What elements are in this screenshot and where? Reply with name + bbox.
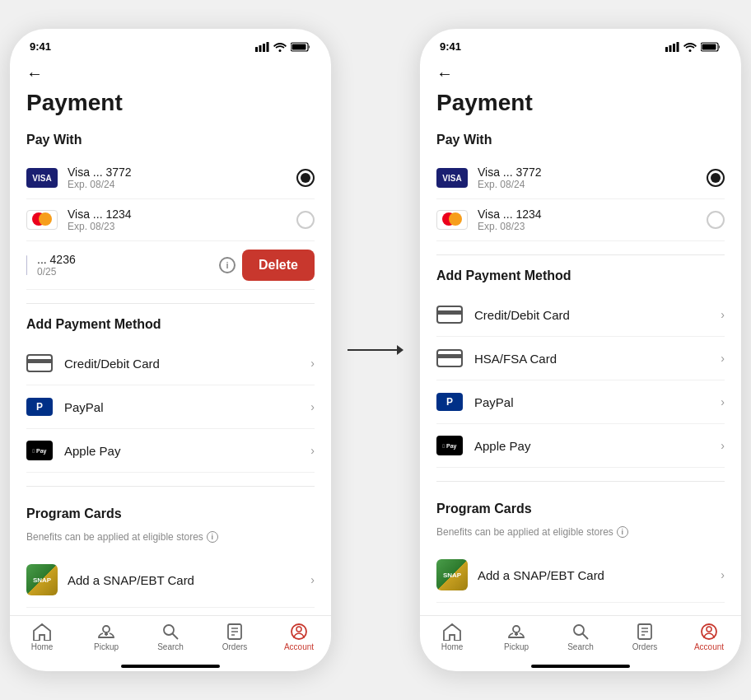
account-icon-active-right <box>700 623 718 641</box>
menu-item-credit-left[interactable]: Credit/Debit Card › <box>26 342 315 385</box>
nav-pickup-left[interactable]: Pickup <box>74 623 138 651</box>
radio-selected-left[interactable] <box>296 169 315 187</box>
phone-right: 9:41 ← Payment Pay With VISA Visa ... 37… <box>420 29 741 671</box>
applepay-icon-right:  Pay <box>436 436 463 455</box>
svg-rect-3 <box>267 42 269 52</box>
menu-item-applepay-left[interactable]:  Pay Apple Pay › <box>26 429 315 473</box>
card-info-visa1234-right: Visa ... 1234 Exp. 08/23 <box>478 208 707 232</box>
nav-label-orders-left: Orders <box>222 642 248 651</box>
card-info-swiped: ... 4236 0/25 <box>37 253 219 278</box>
svg-point-31 <box>707 627 711 632</box>
nav-search-right[interactable]: Search <box>548 623 613 651</box>
orders-icon-right <box>636 623 654 641</box>
nav-pickup-right[interactable]: Pickup <box>484 623 548 651</box>
signal-icon-right <box>665 42 679 52</box>
nav-home-right[interactable]: Home <box>420 623 484 651</box>
menu-label-applepay-left: Apple Pay <box>64 444 310 458</box>
info-button-swiped[interactable]: i <box>219 257 236 273</box>
card-item-visa1234-left: Visa ... 1234 Exp. 08/23 <box>26 199 315 241</box>
card-name: Visa ... 3772 <box>478 166 707 179</box>
divider2-left <box>26 486 315 487</box>
menu-item-paypal-left[interactable]: P PayPal › <box>26 385 315 429</box>
svg-rect-17 <box>669 45 672 52</box>
battery-icon-right <box>701 42 721 52</box>
menu-item-hsa-right[interactable]: HSA/FSA Card › <box>436 337 725 380</box>
nav-orders-right[interactable]: Orders <box>613 623 677 651</box>
radio-inner <box>711 173 721 183</box>
add-payment-label-right: Add Payment Method <box>436 268 725 283</box>
svg-rect-0 <box>255 47 258 52</box>
page-title-right: Payment <box>436 90 725 116</box>
chevron-applepay-left: › <box>310 444 315 457</box>
divider-right <box>436 254 725 255</box>
svg-rect-19 <box>677 42 679 52</box>
info-circle-right[interactable]: i <box>617 526 628 538</box>
chevron-applepay-right: › <box>721 439 725 452</box>
card-name: Visa ... 1234 <box>68 208 296 221</box>
direction-arrow <box>348 345 403 355</box>
wifi-icon-right <box>683 42 697 52</box>
chevron-snap-left: › <box>310 573 315 586</box>
svg-point-7 <box>103 626 110 632</box>
snap-label-left: Add a SNAP/EBT Card <box>68 573 310 587</box>
pay-with-label-right: Pay With <box>436 133 725 147</box>
home-indicator-right <box>531 665 630 668</box>
snap-icon-left: SNAP <box>26 564 58 595</box>
svg-point-23 <box>513 626 520 632</box>
arrow-head <box>397 345 403 355</box>
svg-rect-2 <box>263 44 265 52</box>
menu-item-paypal-right[interactable]: P PayPal › <box>436 380 725 424</box>
svg-rect-6 <box>292 44 306 49</box>
back-button-right[interactable]: ← <box>436 64 453 83</box>
nav-label-orders-right: Orders <box>632 642 658 651</box>
nav-label-search-left: Search <box>157 642 184 651</box>
svg-point-24 <box>574 625 584 635</box>
status-bar-right: 9:41 <box>420 29 741 56</box>
nav-account-right[interactable]: Account <box>677 623 741 651</box>
applepay-icon-left:  Pay <box>26 441 53 460</box>
menu-item-applepay-right[interactable]:  Pay Apple Pay › <box>436 424 725 468</box>
menu-item-credit-right[interactable]: Credit/Debit Card › <box>436 293 725 337</box>
nav-orders-left[interactable]: Orders <box>203 623 267 651</box>
delete-button[interactable]: Delete <box>242 250 315 281</box>
menu-label-credit-right: Credit/Debit Card <box>474 308 721 322</box>
nav-account-left[interactable]: Account <box>267 623 331 651</box>
snap-item-right[interactable]: SNAP Add a SNAP/EBT Card › <box>436 548 725 603</box>
svg-line-9 <box>173 634 179 640</box>
info-circle-left[interactable]: i <box>207 531 218 543</box>
visa-icon-swiped <box>26 255 27 275</box>
program-cards-right: Program Cards Benefits can be applied at… <box>436 495 725 603</box>
program-cards-subtitle-left: Benefits can be applied at eligible stor… <box>26 531 315 543</box>
svg-rect-22 <box>702 44 716 49</box>
snap-item-left[interactable]: SNAP Add a SNAP/EBT Card › <box>26 553 315 608</box>
home-indicator-left <box>121 665 220 668</box>
radio-unselected-left[interactable] <box>296 211 315 229</box>
svg-point-20 <box>689 49 692 52</box>
card-item-visa1234-right: Visa ... 1234 Exp. 08/23 <box>436 199 725 241</box>
status-icons-right <box>665 42 721 52</box>
program-cards-subtitle-right: Benefits can be applied at eligible stor… <box>436 526 725 538</box>
pay-with-label-left: Pay With <box>26 133 315 147</box>
nav-label-pickup-left: Pickup <box>94 642 119 651</box>
card-exp: Exp. 08/24 <box>478 179 707 190</box>
nav-home-left[interactable]: Home <box>10 623 74 651</box>
back-button-left[interactable]: ← <box>26 64 43 83</box>
home-icon-right <box>442 623 462 641</box>
card-name-swiped: ... 4236 <box>37 253 219 266</box>
card-outline-icon-right <box>436 305 463 324</box>
divider2-right <box>436 481 725 482</box>
screen-content-left: ← Payment Pay With VISA Visa ... 3772 Ex… <box>10 56 331 615</box>
pickup-icon <box>97 623 115 641</box>
wifi-icon <box>273 42 287 52</box>
chevron-credit-left: › <box>310 357 315 370</box>
time-right: 9:41 <box>440 40 461 53</box>
visa-icon-left: VISA <box>26 168 58 188</box>
radio-unselected-right[interactable] <box>707 211 725 229</box>
nav-label-pickup-right: Pickup <box>504 642 529 651</box>
program-cards-title-left: Program Cards <box>26 506 315 521</box>
card-exp: Exp. 08/24 <box>68 179 296 190</box>
nav-search-left[interactable]: Search <box>138 623 203 651</box>
mastercard-icon-left <box>26 210 58 230</box>
radio-selected-right[interactable] <box>707 169 725 187</box>
svg-point-4 <box>279 49 282 52</box>
